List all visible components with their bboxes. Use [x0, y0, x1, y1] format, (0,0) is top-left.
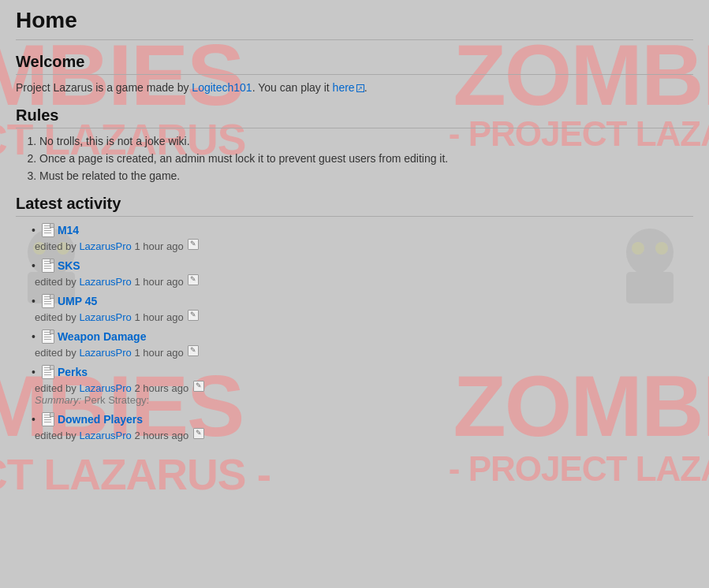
lazaruspro-link-perks[interactable]: LazarusPro — [79, 382, 131, 394]
activity-main-line-sks: • SKS — [32, 259, 693, 273]
activity-main-line-downed-players: • Downed Players — [32, 412, 693, 426]
lazaruspro-link-weapon-damage[interactable]: LazarusPro — [79, 347, 131, 359]
lazaruspro-link-ump45[interactable]: LazarusPro — [79, 311, 131, 323]
activity-main-line-weapon-damage: • Weapon Damage — [32, 329, 693, 344]
activity-item-sks: • SKS edited by LazarusPro 1 hour ago — [32, 259, 693, 288]
rule-item-3: Must be related to the game. — [39, 169, 693, 182]
activity-main-line-m14: • M14 — [32, 223, 693, 237]
external-link-indicator: ↗ — [356, 84, 364, 92]
time-downed-players: 2 hours ago — [134, 430, 188, 441]
activity-main-line-perks: • Perks — [32, 365, 693, 379]
ump45-link[interactable]: UMP 45 — [58, 295, 97, 307]
edited-by-perks: edited by LazarusPro 2 hours ago — [32, 381, 693, 394]
edit-icon-m14 — [188, 239, 199, 250]
welcome-paragraph: Project Lazarus is a game made by Logite… — [16, 81, 693, 94]
here-link[interactable]: here — [333, 81, 355, 94]
doc-icon-weapon-damage — [42, 329, 54, 344]
time-ump45: 1 hour ago — [134, 311, 183, 323]
edit-icon-perks — [193, 381, 204, 392]
edit-icon-sks — [188, 274, 199, 285]
rule-item-2: Once a page is created, an admin must lo… — [39, 152, 693, 165]
latest-activity-heading: Latest activity — [16, 195, 693, 217]
edit-icon-downed-players — [193, 428, 204, 439]
watermark-mid-subtitle-left: CT LAZARUS - — [0, 449, 271, 500]
rules-list: No trolls, this is not a joke wiki. Once… — [39, 135, 693, 182]
summary-line-perks: Summary: Perk Strategy: — [32, 394, 693, 406]
period: . — [364, 81, 368, 94]
page-title: Home — [16, 8, 693, 40]
activity-item-perks: • Perks edited by LazarusPro 2 hours ago… — [32, 365, 693, 406]
edited-by-downed-players: edited by LazarusPro 2 hours ago — [32, 428, 693, 441]
time-sks: 1 hour ago — [134, 276, 183, 288]
logitech101-link[interactable]: Logitech101 — [192, 81, 252, 94]
activity-list: • M14 edited by LazarusPro 1 hour ago • … — [32, 223, 693, 441]
time-m14: 1 hour ago — [134, 240, 183, 252]
lazaruspro-link-downed-players[interactable]: LazarusPro — [79, 430, 131, 441]
activity-item-weapon-damage: • Weapon Damage edited by LazarusPro 1 h… — [32, 329, 693, 359]
edited-by-ump45: edited by LazarusPro 1 hour ago — [32, 310, 693, 323]
doc-icon-sks — [42, 259, 54, 273]
time-weapon-damage: 1 hour ago — [134, 347, 183, 359]
doc-icon-downed-players — [42, 412, 54, 426]
welcome-text-middle: . You can play it — [252, 81, 333, 94]
activity-item-ump45: • UMP 45 edited by LazarusPro 1 hour ago — [32, 294, 693, 323]
edit-icon-weapon-damage — [188, 345, 199, 356]
rules-heading: Rules — [16, 106, 693, 128]
weapon-damage-link[interactable]: Weapon Damage — [58, 330, 147, 343]
doc-icon-m14 — [42, 223, 54, 237]
downed-players-link[interactable]: Downed Players — [58, 413, 143, 426]
time-perks: 2 hours ago — [134, 382, 188, 394]
edited-by-m14: edited by LazarusPro 1 hour ago — [32, 239, 693, 252]
activity-main-line-ump45: • UMP 45 — [32, 294, 693, 308]
summary-text-perks: Perk Strategy: — [84, 394, 149, 406]
summary-label-perks: Summary: — [35, 394, 81, 406]
edited-by-sks: edited by LazarusPro 1 hour ago — [32, 274, 693, 288]
sks-link[interactable]: SKS — [58, 259, 80, 272]
rule-item-1: No trolls, this is not a joke wiki. — [39, 135, 693, 147]
main-content: Home Welcome Project Lazarus is a game m… — [0, 0, 709, 456]
doc-icon-ump45 — [42, 294, 54, 308]
perks-link[interactable]: Perks — [58, 366, 88, 378]
activity-item-downed-players: • Downed Players edited by LazarusPro 2 … — [32, 412, 693, 441]
welcome-text-before: Project Lazarus is a game made by — [16, 81, 192, 94]
lazaruspro-link-sks[interactable]: LazarusPro — [79, 276, 131, 288]
lazaruspro-link-m14[interactable]: LazarusPro — [79, 240, 131, 252]
edited-by-weapon-damage: edited by LazarusPro 1 hour ago — [32, 345, 693, 359]
edit-icon-ump45 — [188, 310, 199, 321]
doc-icon-perks — [42, 365, 54, 379]
welcome-heading: Welcome — [16, 53, 693, 75]
m14-link[interactable]: M14 — [58, 224, 79, 236]
activity-item-m14: • M14 edited by LazarusPro 1 hour ago — [32, 223, 693, 252]
